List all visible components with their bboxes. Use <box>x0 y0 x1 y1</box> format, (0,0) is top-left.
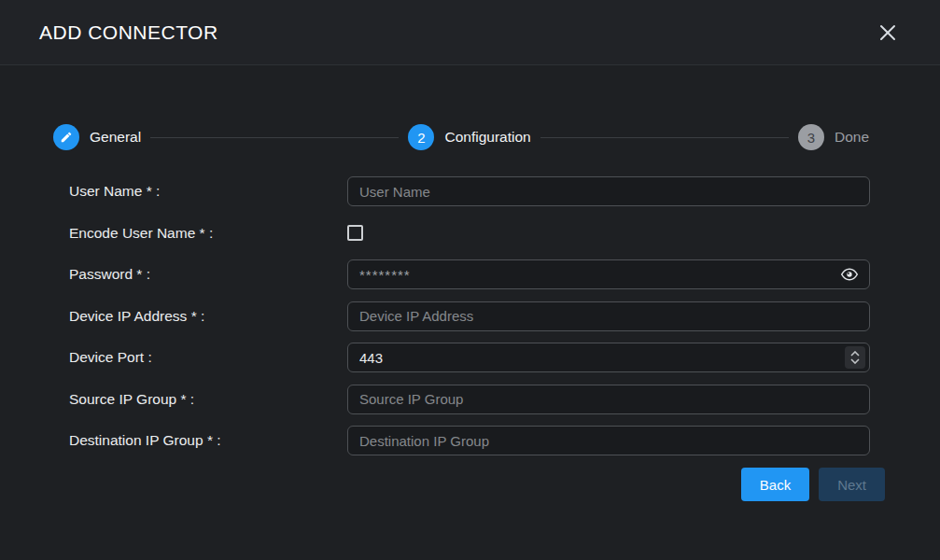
step-3-badge: 3 <box>798 124 824 150</box>
source-ip-group-input[interactable] <box>347 385 870 414</box>
next-button[interactable]: Next <box>819 468 885 501</box>
form-row-user-name: User Name * : <box>69 176 870 206</box>
eye-icon[interactable] <box>839 267 860 282</box>
form-row-source-ip-group: Source IP Group * : <box>69 385 870 414</box>
form-row-destination-ip-group: Destination IP Group * : <box>69 426 870 455</box>
dialog-title: ADD CONNECTOR <box>39 21 218 44</box>
step-2-badge: 2 <box>408 124 434 150</box>
device-port-input[interactable] <box>347 343 870 372</box>
encode-user-name-checkbox[interactable] <box>347 225 363 241</box>
wizard-stepper: General 2 Configuration 3 Done <box>53 124 869 150</box>
step-configuration-label: Configuration <box>444 129 530 146</box>
dialog-actions: Back Next <box>0 468 885 501</box>
form-row-password: Password * : <box>69 259 870 289</box>
device-ip-input[interactable] <box>347 301 870 331</box>
form-row-device-port: Device Port : <box>69 343 870 372</box>
stepper-connector <box>540 137 789 138</box>
step-general[interactable]: General <box>53 124 141 150</box>
step-done: 3 Done <box>798 124 869 150</box>
step-general-label: General <box>90 129 141 146</box>
encode-user-name-label: Encode User Name * : <box>69 225 347 242</box>
source-ip-group-label: Source IP Group * : <box>69 391 347 408</box>
step-done-label: Done <box>835 129 869 146</box>
stepper-connector <box>150 137 399 138</box>
configuration-form: User Name * : Encode User Name * : Passw… <box>0 176 940 501</box>
destination-ip-group-input[interactable] <box>347 426 870 455</box>
pencil-icon <box>53 124 79 150</box>
step-configuration[interactable]: 2 Configuration <box>408 124 530 150</box>
password-label: Password * : <box>69 266 347 283</box>
add-connector-dialog: ADD CONNECTOR General 2 Configuration 3 <box>0 0 940 560</box>
form-row-encode-user-name: Encode User Name * : <box>69 218 870 248</box>
back-button[interactable]: Back <box>741 468 809 501</box>
device-port-label: Device Port : <box>69 349 347 366</box>
number-stepper-icon[interactable] <box>845 346 865 369</box>
dialog-header: ADD CONNECTOR <box>0 0 940 65</box>
password-input[interactable] <box>347 259 870 289</box>
user-name-label: User Name * : <box>69 183 347 200</box>
user-name-input[interactable] <box>347 176 870 206</box>
device-ip-label: Device IP Address * : <box>69 308 347 325</box>
destination-ip-group-label: Destination IP Group * : <box>69 432 347 449</box>
form-row-device-ip: Device IP Address * : <box>69 301 870 331</box>
close-icon[interactable] <box>877 21 899 44</box>
